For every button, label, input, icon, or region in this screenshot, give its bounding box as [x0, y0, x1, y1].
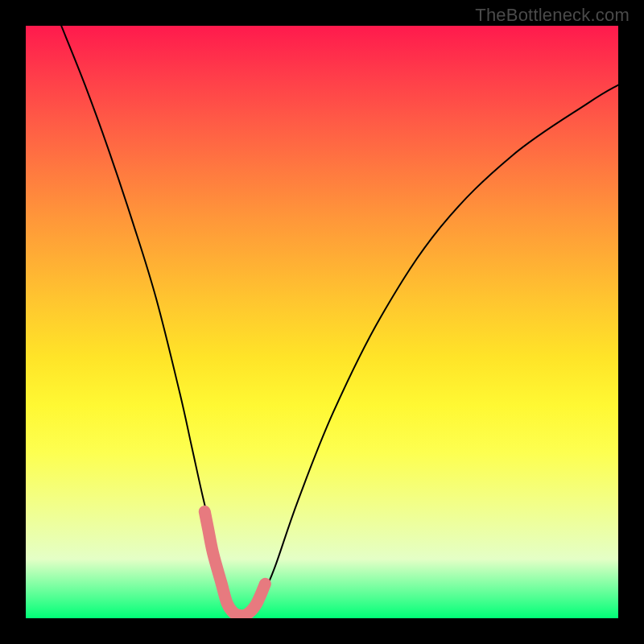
highlight-segment: [204, 512, 265, 616]
curve-layer: [26, 26, 618, 618]
bottleneck-curve: [61, 26, 618, 616]
watermark-text: TheBottleneck.com: [475, 5, 630, 26]
plot-area: [26, 26, 618, 618]
chart-frame: TheBottleneck.com: [0, 0, 644, 644]
